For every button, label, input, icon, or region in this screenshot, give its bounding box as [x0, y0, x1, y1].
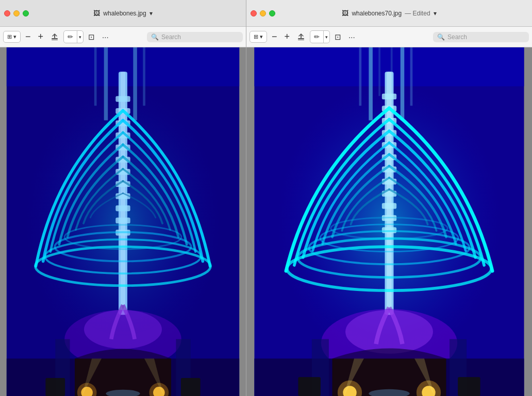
svg-rect-55	[382, 94, 396, 99]
svg-rect-47	[369, 47, 373, 120]
search-input-left[interactable]	[161, 33, 239, 41]
zoom-in-btn-right[interactable]: +	[282, 29, 293, 44]
window-title-right: whalebones70.jpg	[352, 10, 402, 17]
svg-rect-6	[104, 47, 108, 120]
annotate-btn-left[interactable]: ✏	[64, 31, 77, 43]
maximize-button-left[interactable]	[23, 10, 29, 16]
svg-rect-51	[378, 47, 380, 96]
toolbar-right: ⊞ ▾ − + ✏ ▾ ⊡ ··· 🔍	[246, 27, 532, 47]
svg-rect-64	[382, 203, 396, 209]
view-toggle-group-left: ⊞ ▾	[3, 31, 21, 43]
whale-image-right	[246, 47, 532, 396]
title-bar-left: 🖼 whalebones.jpg ▾	[0, 0, 246, 27]
annotate-chevron-left[interactable]: ▾	[77, 32, 83, 42]
maximize-button-right[interactable]	[269, 10, 275, 16]
window-title-left: whalebones.jpg	[103, 10, 146, 17]
toolbar-left: ⊞ ▾ − + ✏ ▾ ⊡ ··· 🔍	[0, 27, 246, 47]
crop-btn-left[interactable]: ⊡	[86, 30, 97, 44]
title-chevron-right[interactable]: ▾	[434, 10, 437, 17]
svg-point-29	[84, 310, 162, 349]
window-right: 🖼 whalebones70.jpg — Edited ▾ ⊞ ▾ − + ✏ …	[246, 0, 532, 396]
more-btn-left[interactable]: ···	[99, 30, 111, 43]
image-area-right	[246, 47, 532, 396]
svg-rect-0	[52, 38, 58, 39]
minimize-button-right[interactable]	[260, 10, 266, 16]
svg-rect-2	[52, 40, 58, 40]
annotate-chevron-right[interactable]: ▾	[324, 32, 329, 42]
file-icon-right: 🖼	[342, 9, 348, 17]
svg-rect-50	[410, 47, 413, 106]
svg-rect-7	[133, 47, 137, 120]
zoom-in-btn-left[interactable]: +	[36, 29, 46, 44]
crop-btn-right[interactable]: ⊡	[332, 30, 344, 44]
svg-rect-39	[181, 378, 201, 396]
svg-rect-82	[298, 377, 320, 396]
svg-rect-9	[143, 47, 145, 106]
close-button-left[interactable]	[4, 10, 10, 16]
search-input-right[interactable]	[447, 33, 525, 41]
image-area-left	[0, 47, 246, 396]
annotate-group-right: ✏ ▾	[310, 30, 330, 43]
svg-rect-48	[401, 47, 405, 120]
svg-rect-49	[359, 47, 361, 106]
window-controls-left	[4, 10, 29, 16]
window-left: 🖼 whalebones.jpg ▾ ⊞ ▾ − + ✏ ▾ ⊡ ··· 🔍	[0, 0, 246, 396]
title-center-left: 🖼 whalebones.jpg ▾	[93, 9, 152, 17]
svg-point-73	[345, 310, 433, 354]
minimize-button-left[interactable]	[13, 10, 20, 16]
svg-rect-8	[94, 47, 97, 106]
more-btn-right[interactable]: ···	[346, 30, 358, 43]
close-button-right[interactable]	[251, 10, 257, 16]
search-icon-right: 🔍	[437, 33, 445, 41]
view-toggle-btn-right[interactable]: ⊞ ▾	[250, 31, 267, 42]
annotate-group-left: ✏ ▾	[63, 30, 84, 43]
view-toggle-group-right: ⊞ ▾	[250, 31, 267, 43]
search-bar-left[interactable]: 🔍	[147, 32, 243, 42]
svg-rect-12	[115, 96, 130, 101]
svg-rect-41	[298, 38, 304, 39]
title-bar-right: 🖼 whalebones70.jpg — Edited ▾	[246, 0, 532, 27]
zoom-out-btn-right[interactable]: −	[269, 29, 280, 44]
search-icon-left: 🔍	[151, 33, 159, 41]
title-chevron-left[interactable]: ▾	[149, 10, 153, 17]
zoom-out-btn-left[interactable]: −	[23, 29, 34, 44]
file-icon-left: 🖼	[93, 9, 100, 17]
search-bar-right[interactable]: 🔍	[433, 32, 529, 42]
window-controls-right	[251, 10, 275, 16]
export-btn-left[interactable]	[48, 31, 61, 43]
export-btn-right[interactable]	[294, 31, 308, 43]
view-toggle-btn-left[interactable]: ⊞ ▾	[4, 31, 20, 42]
svg-rect-21	[115, 205, 130, 211]
whale-image-left	[0, 47, 246, 396]
svg-rect-38	[45, 378, 65, 396]
svg-rect-43	[298, 40, 304, 40]
svg-rect-22	[115, 217, 130, 223]
svg-rect-83	[458, 377, 480, 396]
annotate-btn-right[interactable]: ✏	[310, 31, 324, 43]
edited-label: — Edited	[405, 10, 430, 17]
title-center-right: 🖼 whalebones70.jpg — Edited ▾	[342, 9, 436, 17]
